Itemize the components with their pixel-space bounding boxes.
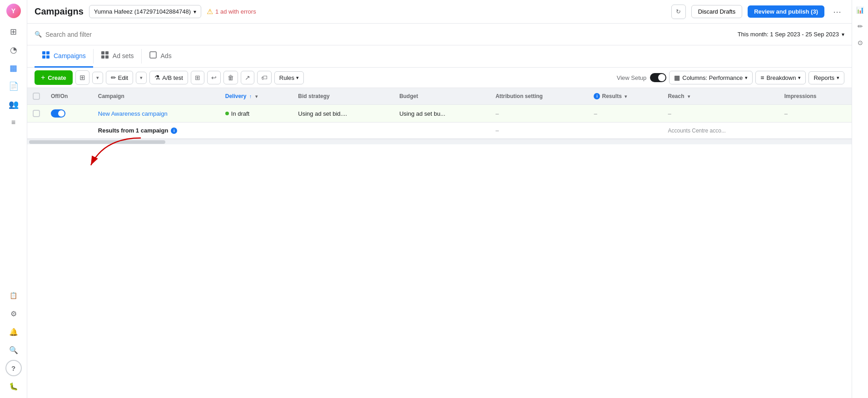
svg-rect-1 bbox=[46, 51, 50, 54]
edit-dropdown[interactable]: ▾ bbox=[136, 72, 147, 84]
error-badge: ⚠ 1 ad with errors bbox=[207, 7, 256, 16]
date-range-selector[interactable]: This month: 1 Sep 2023 - 25 Sep 2023 ▾ bbox=[738, 31, 844, 38]
campaign-link[interactable]: New Awareness campaign bbox=[98, 110, 168, 117]
row-delivery-cell: In draft bbox=[220, 105, 293, 123]
col-offon: Off/On bbox=[45, 88, 93, 105]
share-button[interactable]: ↗ bbox=[241, 71, 254, 84]
sidebar-item-home[interactable]: ⊞ bbox=[5, 24, 22, 40]
sort-dropdown-icon[interactable]: ▾ bbox=[255, 94, 258, 99]
sidebar-item-search[interactable]: 🔍 bbox=[5, 342, 22, 358]
search-bar: 🔍 This month: 1 Sep 2023 - 25 Sep 2023 ▾ bbox=[27, 24, 852, 45]
ads-tab-icon bbox=[149, 51, 157, 61]
toggle-knob bbox=[58, 110, 64, 117]
rules-button[interactable]: Rules ▾ bbox=[274, 71, 304, 84]
tab-adsets[interactable]: Ad sets bbox=[94, 45, 141, 68]
create-button[interactable]: + Create bbox=[35, 70, 73, 85]
svg-rect-2 bbox=[42, 55, 45, 59]
tab-campaigns[interactable]: Campaigns bbox=[35, 45, 93, 68]
row-checkbox[interactable] bbox=[33, 110, 40, 117]
horizontal-scrollbar[interactable] bbox=[27, 139, 852, 144]
results-info-icon[interactable]: i bbox=[594, 93, 600, 99]
rules-dropdown-icon: ▾ bbox=[296, 75, 299, 81]
toolbar: + Create ⊞ ▾ ✏ Edit ▾ ⚗ A/B test ⊞ ↩ 🗑 ↗… bbox=[27, 68, 852, 88]
columns-button[interactable]: ▦ Columns: Performance ▾ bbox=[669, 71, 753, 84]
results-summary-info-icon[interactable]: i bbox=[171, 128, 177, 134]
search-icon: 🔍 bbox=[35, 31, 42, 38]
sidebar-item-activity[interactable]: ◔ bbox=[5, 42, 22, 58]
col-reach: Reach ▾ bbox=[663, 88, 779, 105]
more-options-button[interactable]: ⋯ bbox=[830, 5, 844, 19]
breakdown-button[interactable]: ≡ Breakdown ▾ bbox=[755, 71, 806, 84]
results-sort-icon[interactable]: ▾ bbox=[625, 94, 627, 99]
campaigns-table: Off/On Campaign Delivery ↑ ▾ Bid strateg… bbox=[27, 88, 852, 398]
sidebar-item-help[interactable]: ? bbox=[5, 360, 22, 376]
svg-rect-6 bbox=[101, 55, 104, 59]
svg-rect-8 bbox=[150, 52, 156, 58]
content-area: Off/On Campaign Delivery ↑ ▾ Bid strateg… bbox=[27, 88, 852, 398]
right-sidebar-edit-icon[interactable]: ✏ bbox=[854, 20, 867, 33]
chevron-down-icon: ▾ bbox=[798, 75, 801, 81]
refresh-button[interactable]: ↻ bbox=[671, 5, 686, 19]
row-bid-cell: Using ad set bid.... bbox=[293, 105, 394, 123]
edit-icon: ✏ bbox=[111, 74, 116, 81]
results-summary-label-cell: Results from 1 campaign i bbox=[93, 123, 220, 139]
row-select-cell bbox=[27, 105, 45, 123]
copy-button[interactable]: ⊞ bbox=[191, 71, 204, 84]
row-toggle-cell bbox=[45, 105, 93, 123]
svg-rect-0 bbox=[42, 51, 45, 54]
results-summary-row: Results from 1 campaign i – Accounts bbox=[27, 123, 852, 139]
col-campaign: Campaign bbox=[93, 88, 220, 105]
discard-drafts-button[interactable]: Discard Drafts bbox=[691, 5, 742, 18]
view-setup-toggle[interactable] bbox=[650, 73, 666, 82]
col-bid-strategy: Bid strategy bbox=[293, 88, 394, 105]
sidebar-item-settings[interactable]: ⚙ bbox=[5, 305, 22, 322]
avatar[interactable]: Y bbox=[6, 4, 21, 18]
sidebar-item-pages[interactable]: 📄 bbox=[5, 78, 22, 94]
right-sidebar-chart-icon[interactable]: 📊 bbox=[854, 4, 867, 16]
row-impressions-cell: – bbox=[779, 105, 852, 123]
chevron-down-icon: ▾ bbox=[193, 9, 196, 15]
tab-ads[interactable]: Ads bbox=[142, 45, 179, 68]
sidebar-item-audiences[interactable]: 👥 bbox=[5, 96, 22, 113]
duplicate-button[interactable]: ⊞ bbox=[75, 70, 89, 85]
sidebar-item-billing[interactable]: ≡ bbox=[5, 114, 22, 131]
undo-button[interactable]: ↩ bbox=[207, 71, 221, 84]
row-campaign-cell: New Awareness campaign bbox=[93, 105, 220, 123]
row-reach-cell: – bbox=[663, 105, 779, 123]
edit-button[interactable]: ✏ Edit bbox=[106, 71, 133, 84]
sidebar-item-notes[interactable]: 📋 bbox=[5, 287, 22, 304]
ab-test-button[interactable]: ⚗ A/B test bbox=[149, 71, 188, 84]
right-sidebar-clock-icon[interactable]: ⊙ bbox=[854, 36, 867, 49]
sidebar-item-campaigns[interactable]: ▦ bbox=[5, 60, 22, 76]
left-sidebar: Y ⊞ ◔ ▦ 📄 👥 ≡ 📋 ⚙ 🔔 🔍 ? 🐛 bbox=[0, 0, 27, 398]
col-impressions: Impressions bbox=[779, 88, 852, 105]
account-selector[interactable]: Yumna Hafeez (1472971042884748) ▾ bbox=[89, 5, 201, 18]
row-budget-cell: Using ad set bu... bbox=[394, 105, 490, 123]
tab-bar: Campaigns Ad sets Ads bbox=[27, 45, 852, 68]
duplicate-dropdown[interactable]: ▾ bbox=[92, 72, 103, 84]
tab-ads-label: Ads bbox=[161, 52, 172, 59]
reports-button[interactable]: Reports ▾ bbox=[808, 71, 844, 84]
col-budget: Budget bbox=[394, 88, 490, 105]
col-delivery[interactable]: Delivery ↑ ▾ bbox=[220, 88, 293, 105]
tag-button[interactable]: 🏷 bbox=[257, 71, 272, 84]
refresh-icon: ↻ bbox=[676, 8, 681, 15]
svg-rect-4 bbox=[101, 51, 104, 54]
table-row: New Awareness campaign In draft Using ad… bbox=[27, 105, 852, 123]
sidebar-item-notifications[interactable]: 🔔 bbox=[5, 324, 22, 340]
draft-dot bbox=[225, 112, 229, 115]
select-all-checkbox[interactable] bbox=[33, 93, 40, 100]
review-publish-button[interactable]: Review and publish (3) bbox=[748, 5, 824, 18]
sidebar-item-debug[interactable]: 🐛 bbox=[5, 378, 22, 394]
search-input[interactable] bbox=[45, 31, 734, 38]
col-results: i Results ▾ bbox=[588, 88, 662, 105]
reach-sort-icon[interactable]: ▾ bbox=[688, 94, 690, 99]
svg-rect-7 bbox=[105, 55, 109, 59]
ab-test-icon: ⚗ bbox=[154, 74, 160, 81]
delete-button[interactable]: 🗑 bbox=[223, 71, 238, 84]
breakdown-icon: ≡ bbox=[760, 74, 764, 81]
results-summary-attribution: – bbox=[490, 123, 589, 139]
campaign-toggle[interactable] bbox=[51, 109, 65, 118]
row-results-cell: – bbox=[588, 105, 662, 123]
scroll-thumb[interactable] bbox=[29, 140, 165, 144]
